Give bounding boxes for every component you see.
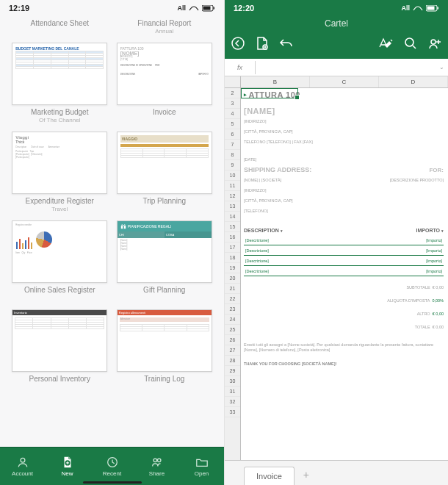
bottom-nav: Account New Recent Share Open bbox=[0, 447, 224, 485]
search-button[interactable] bbox=[404, 37, 417, 53]
svg-point-9 bbox=[157, 459, 161, 462]
undo-button[interactable] bbox=[279, 37, 294, 52]
template-training-log[interactable]: Registro allenamentiAllenatore Training … bbox=[115, 309, 214, 394]
template-expenditure-register[interactable]: ViaggiThickDescriptionDate of issueAmmon… bbox=[10, 132, 109, 216]
svg-rect-12 bbox=[438, 7, 439, 9]
template-financial-report[interactable]: Financial ReportAnnual bbox=[115, 16, 214, 38]
recent-icon bbox=[106, 456, 119, 469]
nav-new[interactable]: New bbox=[45, 448, 90, 485]
new-file-icon bbox=[61, 456, 74, 469]
svg-point-8 bbox=[153, 459, 157, 462]
status-bar-right: 12:20 All bbox=[225, 0, 448, 16]
template-trip-planning[interactable]: VIAGGIO Trip Planning bbox=[115, 132, 214, 216]
sheet-tab-bar: Invoice + bbox=[225, 460, 448, 485]
cell-selection bbox=[241, 88, 298, 98]
status-bar-left: 12:19 All bbox=[0, 0, 224, 16]
account-icon bbox=[16, 456, 29, 469]
sheet-tab-invoice[interactable]: Invoice bbox=[244, 467, 295, 485]
new-doc-button[interactable] bbox=[256, 36, 269, 54]
template-gallery: Attendance Sheet Financial ReportAnnual … bbox=[0, 16, 224, 447]
time: 12:20 bbox=[234, 4, 254, 12]
doc-title: Cartel bbox=[225, 16, 448, 31]
template-gift-planning[interactable]: PIANIFICAZIONE REGALICHICOSA[Nome][Nome]… bbox=[115, 220, 214, 305]
svg-rect-2 bbox=[214, 7, 215, 9]
template-online-sales[interactable]: Registro vendite Item Qty Price Online S… bbox=[10, 220, 109, 305]
svg-point-5 bbox=[21, 458, 25, 462]
chevron-down-icon[interactable]: ⌄ bbox=[435, 64, 448, 71]
svg-rect-11 bbox=[427, 6, 435, 10]
format-button[interactable] bbox=[377, 37, 394, 53]
row-headers: 2345678910111213141516171819202122232425… bbox=[225, 88, 241, 460]
template-invoice[interactable]: FATTURA 100[NOME][INDIRIZZO][CITTÀ]DESCR… bbox=[115, 43, 214, 127]
fx-label: fx bbox=[225, 61, 256, 74]
nav-share[interactable]: Share bbox=[134, 448, 179, 485]
svg-point-16 bbox=[431, 40, 436, 44]
time: 12:19 bbox=[9, 4, 29, 12]
col-c[interactable]: C bbox=[310, 76, 379, 87]
svg-point-15 bbox=[405, 38, 413, 46]
status-icons: All bbox=[401, 4, 439, 12]
template-attendance-sheet[interactable]: Attendance Sheet bbox=[10, 16, 109, 38]
column-headers: B C D bbox=[225, 76, 448, 88]
col-b[interactable]: B bbox=[241, 76, 310, 87]
back-button[interactable] bbox=[231, 36, 245, 54]
add-sheet-button[interactable]: + bbox=[295, 464, 318, 485]
svg-rect-4 bbox=[123, 226, 124, 229]
share-icon bbox=[151, 456, 164, 469]
formula-bar[interactable]: fx ⌄ bbox=[225, 59, 448, 76]
status-icons: All bbox=[177, 4, 215, 12]
nav-open[interactable]: Open bbox=[179, 448, 224, 485]
col-d[interactable]: D bbox=[379, 76, 448, 87]
share-button[interactable] bbox=[427, 37, 442, 53]
nav-account[interactable]: Account bbox=[0, 448, 45, 485]
app-header: 12:20 All Cartel bbox=[225, 0, 448, 59]
sheet-cells[interactable]: ▸ATTURA 100 [NAME] [INDIRIZZO] [CITTÀ, P… bbox=[241, 88, 448, 460]
folder-icon bbox=[195, 456, 209, 469]
template-personal-inventory[interactable]: Inventario Personal Inventory bbox=[10, 309, 109, 394]
svg-rect-1 bbox=[203, 6, 211, 10]
nav-recent[interactable]: Recent bbox=[90, 448, 134, 485]
home-indicator bbox=[83, 481, 142, 484]
svg-point-13 bbox=[232, 37, 244, 49]
template-marketing-budget[interactable]: BUDGET MARKETING DEL CANALE Marketing Bu… bbox=[10, 43, 109, 127]
